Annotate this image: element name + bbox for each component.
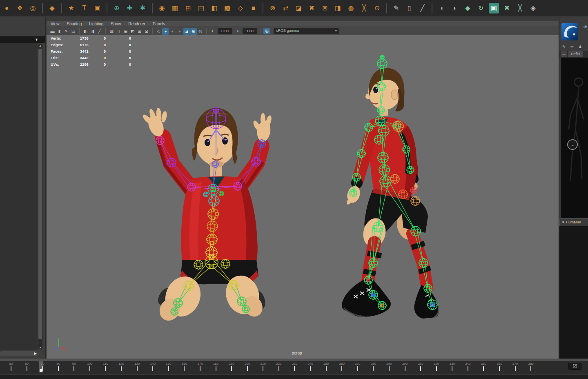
- tab-humanik[interactable]: ▼HumanIK: [559, 218, 588, 226]
- exposure-field[interactable]: 0.00: [218, 28, 232, 34]
- shelf-icon-bend-deformer[interactable]: ⊗: [267, 3, 278, 13]
- shelf-icon-crease[interactable]: ◇: [235, 3, 245, 13]
- tick-mark: [341, 366, 342, 371]
- shelf-icon-target-weld[interactable]: ▤: [196, 3, 206, 13]
- gamma-correction-icon[interactable]: ◎: [263, 28, 270, 34]
- scrollbar-thumb[interactable]: [38, 49, 42, 339]
- tab-definition[interactable]: Defini: [568, 51, 583, 57]
- exposure-icon[interactable]: ◐: [209, 28, 216, 34]
- shelf-icon-pinch-brush[interactable]: ▣: [489, 3, 499, 13]
- shelf-icon-grab-brush[interactable]: ↻: [476, 3, 486, 13]
- shelf-icon-relax-brush[interactable]: ◆: [463, 3, 473, 13]
- outliner-body[interactable]: [0, 43, 38, 350]
- film-gate-icon[interactable]: ▯: [115, 28, 122, 35]
- shelf-icon-boolean[interactable]: ◧: [209, 3, 219, 13]
- shelf-icon-mirror[interactable]: ◉: [157, 3, 167, 13]
- shelf-icon-smooth-brush[interactable]: ◗: [450, 3, 460, 13]
- shelf-icon-sculpt-brush[interactable]: ◖: [437, 3, 447, 13]
- scroll-up-icon[interactable]: ▲: [38, 44, 42, 47]
- grid-toggle-icon[interactable]: ▦: [108, 28, 115, 35]
- select-camera-icon[interactable]: ▬: [49, 28, 56, 35]
- shelf-icon-pen-curve[interactable]: ✎: [391, 3, 401, 13]
- shelf-icon-lattice[interactable]: ▩: [222, 3, 232, 13]
- shelf-icon-smooth-mesh[interactable]: ■: [248, 3, 258, 13]
- shelf-icon-circularize[interactable]: ◍: [346, 3, 356, 13]
- chevron-down-icon[interactable]: ▼: [35, 38, 38, 42]
- shelf-icon-flatten-brush[interactable]: ✖: [502, 3, 512, 13]
- erase-pencil-icon[interactable]: ✏: [569, 44, 575, 49]
- tick-mark: [515, 366, 516, 371]
- current-frame-field[interactable]: 69: [568, 363, 581, 370]
- 3d-viewport[interactable]: Verts:173600Edges:517500Faces:344200Tris…: [47, 35, 559, 359]
- safe-action-icon[interactable]: ⊞: [136, 28, 143, 35]
- camera-attributes-icon[interactable]: ✎: [63, 28, 70, 35]
- main-area: ▼ ▲ ▼ ▶ ViewShadingLightingShowRendererP…: [0, 17, 588, 359]
- tick-label: 150: [163, 362, 175, 366]
- shelf-icon-separate[interactable]: ◨: [333, 3, 343, 13]
- shelf-icon-marking[interactable]: ╱: [417, 3, 428, 13]
- grease-pencil-icon[interactable]: ╱: [96, 28, 103, 35]
- menu-show[interactable]: Show: [111, 22, 121, 26]
- shelf-icon-grid-fill[interactable]: ▦: [170, 3, 180, 13]
- scroll-down-icon[interactable]: ▼: [38, 346, 42, 349]
- shelf-icon-spin-edge[interactable]: ⊙: [372, 3, 382, 13]
- navigate-button[interactable]: ⌄: [567, 139, 578, 150]
- menu-lighting[interactable]: Lighting: [89, 22, 103, 26]
- gate-mask-icon[interactable]: ◩: [129, 28, 136, 35]
- shelf-icon-extrude[interactable]: ◪: [294, 3, 304, 13]
- poly-count-hud: Verts:173600Edges:517500Faces:344200Tris…: [51, 36, 154, 67]
- shelf-icon-knife-brush[interactable]: ◈: [528, 3, 538, 13]
- shelf-icon-skeleton-group[interactable]: ✱: [138, 3, 148, 13]
- shelf-icon-bridge[interactable]: ⊠: [320, 3, 330, 13]
- colorspace-dropdown[interactable]: sRGB gamma ▾: [274, 28, 339, 34]
- safe-title-icon[interactable]: ⊠: [143, 28, 150, 35]
- image-plane-icon[interactable]: ◧: [82, 28, 89, 35]
- motion-blur-icon[interactable]: ◎: [197, 28, 204, 35]
- playhead[interactable]: [39, 361, 43, 372]
- gamma-field[interactable]: 1.00: [243, 28, 257, 34]
- character-figure-icon[interactable]: ♟: [577, 44, 583, 49]
- character-preview[interactable]: ⌄: [561, 58, 588, 218]
- resolution-gate-icon[interactable]: ▣: [122, 28, 129, 35]
- textured-display-icon[interactable]: ◐: [169, 28, 176, 35]
- time-slider[interactable]: 5060708090100110120130140150160170180190…: [0, 361, 588, 372]
- vertical-scrollbar[interactable]: ▲ ▼: [38, 44, 42, 349]
- menu-renderer[interactable]: Renderer: [128, 22, 145, 26]
- shelf-icon-poly-diamond[interactable]: ❖: [15, 3, 25, 13]
- shelf-icon-gate[interactable]: ▯: [404, 3, 414, 13]
- menu-shading[interactable]: Shading: [67, 22, 82, 26]
- shelf-icon-joint-tool[interactable]: ✚: [125, 3, 135, 13]
- gamma-icon[interactable]: ◑: [234, 28, 241, 34]
- minitab[interactable]: —: [561, 51, 567, 57]
- shaded-display-icon[interactable]: ●: [162, 28, 169, 35]
- menu-panels[interactable]: Panels: [153, 22, 165, 26]
- shelf-icon-poly-torus[interactable]: ◎: [28, 3, 38, 13]
- horizontal-scrollbar[interactable]: ▶: [0, 351, 38, 356]
- shelf-icon-super-shape[interactable]: ★: [66, 3, 76, 13]
- edit-pencil-icon[interactable]: ✎: [561, 44, 567, 49]
- outliner-header[interactable]: ▼: [0, 36, 45, 43]
- shelf-icon-platonic-solid[interactable]: ◆: [47, 3, 57, 13]
- wireframe-icon[interactable]: ◇: [155, 28, 162, 35]
- shelf-icon-erase-brush[interactable]: ╳: [515, 3, 525, 13]
- shelf-icon-delete-edge[interactable]: ✖: [307, 3, 317, 13]
- shelf-icon-svg-tool[interactable]: ▣: [92, 3, 102, 13]
- shadows-icon[interactable]: ◪: [183, 28, 190, 35]
- shelf-icon-symmetry[interactable]: ╳: [359, 3, 369, 13]
- hud-other: 0: [129, 62, 154, 67]
- menu-view[interactable]: View: [51, 22, 60, 26]
- shelf-icon-locator[interactable]: ⊕: [111, 3, 122, 13]
- ambient-occlusion-icon[interactable]: ◉: [190, 28, 197, 35]
- tick-label: 250: [320, 362, 332, 366]
- shelf-icon-swap-edge[interactable]: ⇄: [281, 3, 291, 13]
- range-slider[interactable]: [0, 374, 588, 379]
- shelf-icon-type-tool[interactable]: T: [79, 3, 89, 13]
- channel-box-tab[interactable]: Ch: [582, 25, 587, 29]
- pan-zoom-2d-icon[interactable]: ◨: [89, 28, 96, 35]
- use-all-lights-icon[interactable]: ◑: [176, 28, 183, 35]
- shelf-icon-multi-cut[interactable]: ⊞: [183, 3, 193, 13]
- lock-camera-icon[interactable]: ▮: [56, 28, 63, 35]
- shelf-icon-poly-sphere[interactable]: ●: [2, 3, 12, 13]
- bookmarks-icon[interactable]: ▤: [70, 28, 77, 35]
- scroll-right-icon[interactable]: ▶: [34, 352, 37, 355]
